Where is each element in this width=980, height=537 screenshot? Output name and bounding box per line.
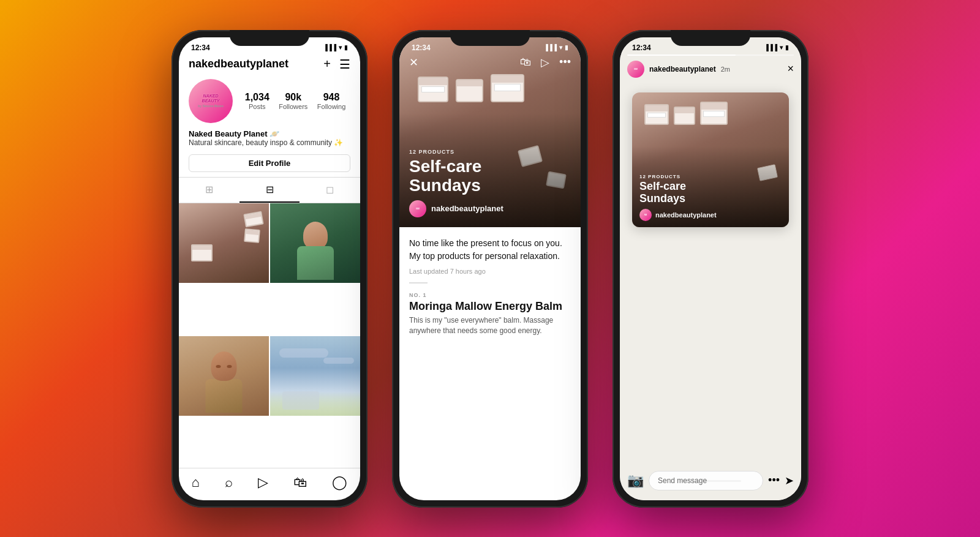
guide-tag: 12 Products <box>409 149 571 155</box>
battery-icon-3: ▮ <box>785 44 789 51</box>
home-nav-icon[interactable]: ⌂ <box>192 475 200 490</box>
post-2-label: 12 Posts My SkincareRoutine <box>275 307 318 330</box>
battery-icon-1: ▮ <box>344 44 348 51</box>
avatar[interactable]: NAKEDBEAUTY by Simone Moore <box>189 79 233 123</box>
status-time-3: 12:34 <box>632 43 651 52</box>
story-card-image: 12 Products Self-careSundays NB nakedbea… <box>632 92 789 227</box>
status-bar-2: 12:34 ▐▐▐ ▾ ▮ <box>399 37 581 54</box>
reels-icon: ⊟ <box>266 184 274 195</box>
guide-description: No time like the present to focus on you… <box>409 237 571 263</box>
search-nav-icon[interactable]: ⌕ <box>225 475 233 490</box>
phone-3-story: 12:34 ▐▐▐ ▾ ▮ NB nakedbeautyp <box>612 30 809 508</box>
bio-desc: Natural skincare, beauty inspo & communi… <box>189 138 350 147</box>
post-cell-4[interactable] <box>270 336 360 468</box>
story-card-title: Self-careSundays <box>639 181 782 205</box>
profile-username: nakedbeautyplanet <box>189 58 288 70</box>
guide-author-name: nakedbeautyplanet <box>431 204 503 213</box>
post-cell-2[interactable]: 12 Posts My SkincareRoutine <box>270 203 360 335</box>
tab-grid[interactable]: ⊞ <box>179 178 239 203</box>
guide-author-row: NB nakedbeautyplanet <box>409 200 571 217</box>
story-bottom-controls: 📷 Send message ••• ➤ <box>620 471 801 490</box>
status-time-2: 12:34 <box>412 43 431 52</box>
followers-label: Followers <box>279 103 307 110</box>
followers-count: 90k <box>285 92 301 103</box>
close-story-icon[interactable]: × <box>787 62 794 75</box>
story-card-avatar: NB <box>639 209 652 221</box>
status-time-1: 12:34 <box>191 43 210 52</box>
story-progress-fill <box>627 54 736 56</box>
guide-item-desc: This is my "use everywhere" balm. Massag… <box>409 315 571 336</box>
story-card-author-name: nakedbeautyplanet <box>655 211 717 219</box>
post-1-label: 12 Products Self-careSundays <box>184 307 222 330</box>
phone-3-screen: 12:34 ▐▐▐ ▾ ▮ NB nakedbeautyp <box>620 37 801 500</box>
story-card-author: NB nakedbeautyplanet <box>639 209 782 221</box>
profile-tabs: ⊞ ⊟ ◻ <box>179 177 360 203</box>
send-message-input[interactable]: Send message <box>649 471 763 490</box>
story-avatar[interactable]: NB <box>627 61 644 78</box>
followers-stat[interactable]: 90k Followers <box>279 92 307 110</box>
story-screen: 12:34 ▐▐▐ ▾ ▮ NB nakedbeautyp <box>620 37 801 500</box>
post-cell-3[interactable] <box>179 336 269 468</box>
post-1-title: Self-careSundays <box>184 312 222 330</box>
phone-2-screen: 12:34 ▐▐▐ ▾ ▮ <box>399 37 581 500</box>
story-time: 2m <box>721 66 730 73</box>
guide-title: Self-careSundays <box>409 157 571 195</box>
bag-icon[interactable]: 🛍 <box>520 56 531 69</box>
status-icons-2: ▐▐▐ ▾ ▮ <box>544 44 568 51</box>
guide-item-number: NO. 1 <box>409 292 571 298</box>
profile-header: nakedbeautyplanet + ☰ <box>179 54 360 77</box>
wifi-icon-2: ▾ <box>559 44 562 51</box>
story-card-tag: 12 Products <box>639 174 782 179</box>
phone-notch-1 <box>230 30 309 46</box>
guide-author-avatar[interactable]: NB <box>409 200 426 217</box>
grid-icon: ⊞ <box>205 184 213 195</box>
following-count: 948 <box>323 92 340 103</box>
guide-updated: Last updated 7 hours ago <box>409 268 571 275</box>
status-bar-3: 12:34 ▐▐▐ ▾ ▮ <box>620 37 801 54</box>
send-story-icon[interactable]: ➤ <box>785 474 794 487</box>
post-cell-1[interactable]: 12 Products Self-careSundays <box>179 203 269 335</box>
guide-body: No time like the present to focus on you… <box>399 227 581 500</box>
post-2-tag: 12 Posts <box>275 307 318 312</box>
profile-info: NAKEDBEAUTY by Simone Moore 1,034 Posts … <box>179 77 360 128</box>
camera-icon[interactable]: 📷 <box>627 473 644 489</box>
shop-nav-icon[interactable]: 🛍 <box>293 475 307 490</box>
tab-reels[interactable]: ⊟ <box>239 178 300 203</box>
status-icons-1: ▐▐▐ ▾ ▮ <box>323 44 348 51</box>
bio-name: Naked Beauty Planet 🪐 <box>189 129 350 138</box>
menu-icon[interactable]: ☰ <box>339 57 350 72</box>
following-stat[interactable]: 948 Following <box>317 92 345 110</box>
profile-header-icons: + ☰ <box>323 57 350 72</box>
profile-nav-icon[interactable]: ◯ <box>332 475 347 490</box>
story-username: nakedbeautyplanet <box>649 65 716 73</box>
more-guide-icon[interactable]: ••• <box>559 56 571 69</box>
battery-icon-2: ▮ <box>565 44 568 51</box>
edit-profile-button[interactable]: Edit Profile <box>189 154 350 172</box>
signal-icon-1: ▐▐▐ <box>323 44 336 51</box>
posts-stat[interactable]: 1,034 Posts <box>245 92 270 110</box>
tagged-icon: ◻ <box>326 184 334 195</box>
guide-divider <box>409 282 428 284</box>
story-card-content: 12 Products Self-careSundays NB nakedbea… <box>639 174 782 221</box>
add-icon[interactable]: + <box>323 57 331 71</box>
reels-nav-icon[interactable]: ▷ <box>258 475 268 490</box>
guide-item-title: Moringa Mallow Energy Balm <box>409 300 571 314</box>
profile-stats: 1,034 Posts 90k Followers 948 Following <box>240 92 350 110</box>
more-story-icon[interactable]: ••• <box>768 474 780 487</box>
story-header: NB nakedbeautyplanet 2m × <box>620 54 801 78</box>
share-icon[interactable]: ▷ <box>541 56 549 69</box>
signal-icon-2: ▐▐▐ <box>544 44 557 51</box>
posts-count: 1,034 <box>245 92 270 103</box>
tab-tagged[interactable]: ◻ <box>300 178 360 203</box>
story-info-row: NB nakedbeautyplanet 2m × <box>627 61 794 78</box>
wifi-icon-3: ▾ <box>780 44 783 51</box>
status-icons-3: ▐▐▐ ▾ ▮ <box>764 44 789 51</box>
wifi-icon-1: ▾ <box>339 44 342 51</box>
signal-icon-3: ▐▐▐ <box>764 44 777 51</box>
close-guide-icon[interactable]: ✕ <box>409 56 418 69</box>
story-progress-bar <box>627 54 794 56</box>
posts-label: Posts <box>249 103 266 110</box>
profile-bio: Naked Beauty Planet 🪐 Natural skincare, … <box>179 128 360 151</box>
phone-2-guide: 12:34 ▐▐▐ ▾ ▮ <box>392 30 588 508</box>
phone-1-screen: 12:34 ▐▐▐ ▾ ▮ nakedbeautyplanet + ☰ <box>179 37 360 500</box>
